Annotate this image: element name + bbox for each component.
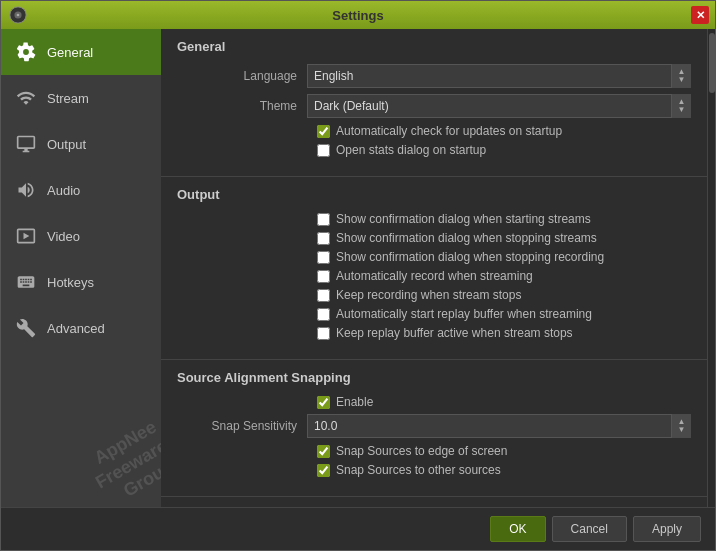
output-label-3: Automatically record when streaming: [336, 269, 533, 283]
output-label-2: Show confirmation dialog when stopping r…: [336, 250, 604, 264]
sidebar-item-stream[interactable]: Stream: [1, 75, 161, 121]
open-stats-checkbox[interactable]: [317, 144, 330, 157]
output-opt-6: Keep replay buffer active when stream st…: [177, 326, 691, 340]
output-label-4: Keep recording when stream stops: [336, 288, 521, 302]
apply-button[interactable]: Apply: [633, 516, 701, 542]
output-opt-5: Automatically start replay buffer when s…: [177, 307, 691, 321]
sidebar-item-hotkeys[interactable]: Hotkeys: [1, 259, 161, 305]
titlebar: Settings ✕: [1, 1, 715, 29]
window-title: Settings: [332, 8, 383, 23]
language-row: Language English German French ▲: [177, 64, 691, 88]
sidebar-video-label: Video: [47, 229, 80, 244]
cancel-button[interactable]: Cancel: [552, 516, 627, 542]
ok-button[interactable]: OK: [490, 516, 545, 542]
sidebar-general-label: General: [47, 45, 93, 60]
output-label-1: Show confirmation dialog when stopping s…: [336, 231, 597, 245]
general-section: General Language English German French: [161, 29, 707, 177]
output-opt-4: Keep recording when stream stops: [177, 288, 691, 302]
check-updates-row: Automatically check for updates on start…: [177, 124, 691, 138]
snap-edge-label: Snap Sources to edge of screen: [336, 444, 507, 458]
sidebar-item-audio[interactable]: Audio: [1, 167, 161, 213]
output-checkbox-0[interactable]: [317, 213, 330, 226]
check-updates-label: Automatically check for updates on start…: [336, 124, 562, 138]
advanced-icon: [15, 317, 37, 339]
snap-edge-row: Snap Sources to edge of screen: [177, 444, 691, 458]
theme-select-wrapper: Dark (Default) System Default ▲ ▼: [307, 94, 691, 118]
gear-icon: [15, 41, 37, 63]
language-label: Language: [177, 69, 307, 83]
sidebar-hotkeys-label: Hotkeys: [47, 275, 94, 290]
output-label-0: Show confirmation dialog when starting s…: [336, 212, 591, 226]
main-panel: General Language English German French: [161, 29, 707, 507]
sidebar-item-video[interactable]: Video: [1, 213, 161, 259]
svg-point-2: [17, 14, 20, 17]
snap-other-checkbox[interactable]: [317, 464, 330, 477]
output-section: Output Show confirmation dialog when sta…: [161, 177, 707, 360]
enable-snap-label: Enable: [336, 395, 373, 409]
sensitivity-row: Snap Sensitivity ▲ ▼: [177, 414, 691, 438]
output-opt-3: Automatically record when streaming: [177, 269, 691, 283]
output-checkbox-2[interactable]: [317, 251, 330, 264]
output-checkbox-4[interactable]: [317, 289, 330, 302]
theme-row: Theme Dark (Default) System Default ▲ ▼: [177, 94, 691, 118]
sidebar-item-advanced[interactable]: Advanced: [1, 305, 161, 351]
output-checkbox-6[interactable]: [317, 327, 330, 340]
enable-snap-row: Enable: [177, 395, 691, 409]
theme-control: Dark (Default) System Default ▲ ▼: [307, 94, 691, 118]
main-content: General Stream Output: [1, 29, 715, 507]
output-label-5: Automatically start replay buffer when s…: [336, 307, 592, 321]
language-control: English German French ▲ ▼: [307, 64, 691, 88]
theme-label: Theme: [177, 99, 307, 113]
close-button[interactable]: ✕: [691, 6, 709, 24]
sidebar: General Stream Output: [1, 29, 161, 507]
output-opt-0: Show confirmation dialog when starting s…: [177, 212, 691, 226]
sensitivity-label: Snap Sensitivity: [177, 419, 307, 433]
video-icon: [15, 225, 37, 247]
output-section-title: Output: [177, 187, 691, 202]
stream-icon: [15, 87, 37, 109]
enable-snap-checkbox[interactable]: [317, 396, 330, 409]
theme-select[interactable]: Dark (Default) System Default: [307, 94, 691, 118]
open-stats-label: Open stats dialog on startup: [336, 143, 486, 157]
app-logo: [9, 6, 27, 24]
snap-other-row: Snap Sources to other sources: [177, 463, 691, 477]
watermark: AppNeeFreewareGroup.: [1, 387, 161, 507]
sidebar-stream-label: Stream: [47, 91, 89, 106]
output-opt-2: Show confirmation dialog when stopping r…: [177, 250, 691, 264]
settings-window: Settings ✕ General Stream: [0, 0, 716, 551]
scrollbar-track[interactable]: [707, 29, 715, 507]
sidebar-audio-label: Audio: [47, 183, 80, 198]
footer: OK Cancel Apply: [1, 507, 715, 550]
language-select[interactable]: English German French: [307, 64, 691, 88]
keyboard-icon: [15, 271, 37, 293]
sidebar-item-general[interactable]: General: [1, 29, 161, 75]
spin-down[interactable]: ▼: [678, 426, 686, 434]
sensitivity-arrows: ▲ ▼: [671, 414, 691, 438]
sidebar-advanced-label: Advanced: [47, 321, 105, 336]
snapping-section: Source Alignment Snapping Enable Snap Se…: [161, 360, 707, 497]
output-checkbox-3[interactable]: [317, 270, 330, 283]
check-updates-checkbox[interactable]: [317, 125, 330, 138]
sensitivity-spinner: ▲ ▼: [307, 414, 691, 438]
sensitivity-control: ▲ ▼: [307, 414, 691, 438]
output-icon: [15, 133, 37, 155]
output-checkbox-1[interactable]: [317, 232, 330, 245]
output-checkbox-5[interactable]: [317, 308, 330, 321]
scrollbar-thumb[interactable]: [709, 33, 715, 93]
sidebar-output-label: Output: [47, 137, 86, 152]
output-opt-1: Show confirmation dialog when stopping s…: [177, 231, 691, 245]
open-stats-row: Open stats dialog on startup: [177, 143, 691, 157]
sensitivity-input[interactable]: [307, 414, 691, 438]
snap-other-label: Snap Sources to other sources: [336, 463, 501, 477]
output-label-6: Keep replay buffer active when stream st…: [336, 326, 573, 340]
snap-edge-checkbox[interactable]: [317, 445, 330, 458]
general-section-title: General: [177, 39, 691, 54]
panel-with-scroll: General Language English German French: [161, 29, 715, 507]
sidebar-item-output[interactable]: Output: [1, 121, 161, 167]
snapping-section-title: Source Alignment Snapping: [177, 370, 691, 385]
audio-icon: [15, 179, 37, 201]
language-select-wrapper: English German French ▲ ▼: [307, 64, 691, 88]
